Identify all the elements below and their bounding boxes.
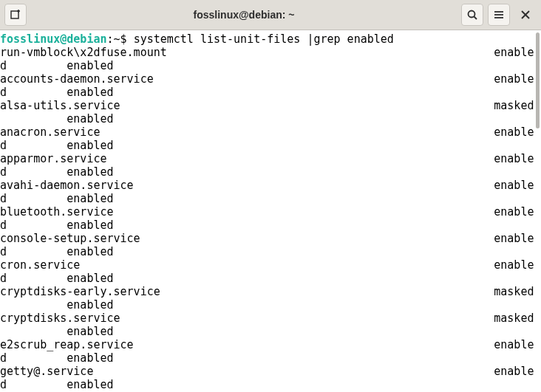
output-line: enabled	[0, 325, 114, 338]
prompt-user-host: fosslinux@debian	[0, 32, 107, 46]
menu-button[interactable]	[488, 4, 510, 26]
output-line: d enabled	[0, 272, 114, 285]
svg-point-3	[469, 11, 475, 18]
window-title: fosslinux@debian: ~	[30, 9, 458, 21]
output-line: bluetooth.service enable	[0, 205, 534, 219]
output-line: e2scrub_reap.service enable	[0, 338, 534, 351]
output-line: accounts-daemon.service enable	[0, 72, 534, 86]
output-line: cryptdisks.service masked	[0, 312, 534, 325]
output-line: enabled	[0, 112, 114, 125]
command-text: systemctl list-unit-files |grep enabled	[134, 32, 394, 46]
prompt-separator: :	[107, 32, 114, 46]
output-line: d enabled	[0, 86, 114, 99]
scrollbar[interactable]	[534, 30, 541, 392]
output-line: apparmor.service enable	[0, 152, 534, 165]
output-line: alsa-utils.service masked	[0, 99, 534, 112]
output-line: cryptdisks-early.service masked	[0, 285, 534, 298]
output-line: getty@.service enable	[0, 365, 534, 378]
output-line: cron.service enable	[0, 258, 534, 272]
output-line: enabled	[0, 298, 114, 312]
output-line: d enabled	[0, 219, 114, 232]
output-line: run-vmblock\x2dfuse.mount enable	[0, 46, 534, 59]
output-line: d enabled	[0, 139, 114, 152]
output-line: d enabled	[0, 378, 114, 391]
search-button[interactable]	[461, 4, 483, 26]
scrollbar-thumb[interactable]	[536, 32, 540, 128]
svg-rect-0	[11, 11, 18, 18]
new-tab-button[interactable]	[4, 4, 27, 26]
prompt-path: ~$	[114, 32, 134, 46]
close-button[interactable]	[514, 4, 537, 26]
hamburger-icon	[493, 9, 505, 21]
output-line: d enabled	[0, 165, 114, 179]
search-icon	[466, 9, 478, 21]
output-line: console-setup.service enable	[0, 232, 534, 245]
svg-line-4	[474, 17, 477, 20]
output-line: d enabled	[0, 192, 114, 205]
new-tab-icon	[10, 9, 21, 21]
terminal-output[interactable]: fosslinux@debian:~$ systemctl list-unit-…	[0, 30, 534, 392]
output-line: anacron.service enable	[0, 125, 534, 139]
close-icon	[520, 10, 531, 20]
output-line: d enabled	[0, 245, 114, 258]
titlebar: fosslinux@debian: ~	[0, 0, 541, 30]
output-line: d enabled	[0, 59, 114, 72]
output-line: avahi-daemon.service enable	[0, 179, 534, 192]
output-line: d enabled	[0, 351, 114, 365]
